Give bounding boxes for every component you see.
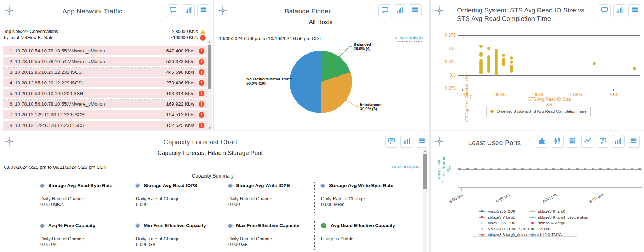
menu-button[interactable] [627, 135, 640, 148]
view-analysis-link[interactable]: view analysis [395, 35, 423, 42]
comment-button[interactable] [597, 135, 609, 148]
legend-item[interactable]: vmax1955_2D6 [479, 208, 528, 214]
info-diamond-icon [228, 223, 233, 228]
metric-card[interactable]: Storage Avg Write IOPSDaily Rate of Chan… [221, 183, 314, 207]
card-separator [221, 221, 221, 252]
hamburger-icon [200, 6, 207, 15]
menu-button[interactable] [628, 4, 641, 17]
metric-card[interactable]: Avg % Free CapacityDaily Rate of Change:… [0, 223, 127, 247]
vertical-scrollbar[interactable]: ▲ [423, 149, 427, 252]
column-chart-button[interactable] [536, 135, 548, 148]
metric-card-header: Max Free Effective Capacity [228, 223, 314, 228]
balance-pie-chart[interactable] [290, 51, 352, 113]
menu-button[interactable] [409, 4, 422, 17]
x-tick-mark [576, 89, 576, 91]
x-tick-label: 16.385 [489, 92, 511, 97]
conversation-value: 152,525 Kb/s [166, 123, 194, 128]
legend-marker-icon [529, 228, 536, 230]
data-point-marker [615, 168, 617, 170]
legend-label: sblaze3-7-targ1 [488, 215, 515, 219]
legend-marker-icon [479, 228, 485, 230]
conversation-value: 154,512 Kb/s [166, 112, 194, 117]
metric-line1: Daily Rate of Change: [228, 236, 314, 242]
data-point-marker [552, 168, 555, 170]
data-point-marker [537, 168, 539, 170]
bar-chart-button[interactable] [394, 4, 406, 17]
bar-chart-button[interactable] [613, 4, 626, 17]
table-icon [569, 137, 576, 146]
scroll-up-icon[interactable]: ▲ [423, 149, 427, 153]
x-tick-label: 5:00 pm [442, 192, 464, 208]
scrollbar-thumb[interactable] [208, 45, 211, 89]
data-point-marker [599, 168, 602, 170]
x-tick-mark [461, 187, 462, 191]
metric-card[interactable]: Storage Avg Read Byte RateDaily Rate of … [0, 183, 127, 207]
bar-chart-icon [396, 6, 404, 15]
data-point-marker [568, 168, 570, 170]
scrollbar-thumb[interactable] [423, 154, 427, 189]
metric-title: Max Free Effective Capacity [236, 223, 300, 228]
legend-marker-icon [479, 222, 485, 224]
legend-item[interactable]: vmax1955_1D6 [479, 220, 528, 226]
data-point-marker [498, 168, 500, 170]
hamburger-icon [631, 6, 639, 15]
line-chart-button[interactable] [581, 135, 594, 148]
x-tick-label: 16.38 [452, 92, 473, 97]
legend-item[interactable]: VNX5200_FCoE_SPB9 [479, 226, 528, 232]
table-button[interactable] [566, 135, 579, 148]
conversation-value: 520,373 Kb/s [166, 59, 194, 64]
metric-card[interactable]: Max Free Effective CapacityDaily Rate of… [221, 223, 314, 247]
conversation-value: 445,696 Kb/s [166, 69, 194, 75]
metric-card[interactable]: ✓Avg Used Effective CapacityUsage is Sta… [314, 223, 411, 242]
table-row[interactable]: 1. 10.78.10.54:10.78.10.55:VMware_vMotio… [3, 46, 208, 55]
metric-card[interactable]: Min Free Effective CapacityDaily Rate of… [127, 223, 221, 247]
x-tick-mark [613, 89, 614, 91]
scroll-up-icon[interactable]: ▲ [207, 40, 212, 44]
legend-item[interactable]: sb10-3-TARG [529, 232, 578, 238]
scatter-legend[interactable]: Ordering System/STS Avg Read Completion … [486, 106, 591, 117]
boxplot-icon [553, 137, 561, 146]
comment-button[interactable] [378, 4, 391, 17]
table-row[interactable]: 8. 10.20.12.129:10.20.12.231:iSCSI152,52… [3, 121, 208, 130]
move-icon[interactable] [435, 6, 444, 15]
table-row[interactable]: 4. 10.20.12.85:10.20.12.229:iSCSI273,436… [3, 78, 208, 87]
pie-label-imbalanced: Imbalanced 30.0% (6) [360, 102, 382, 111]
info-diamond-icon [40, 183, 45, 188]
conversation-value: 273,436 Kb/s [166, 80, 194, 85]
page-title: App Network Traffic [0, 7, 184, 15]
threshold-legend: > 80000 Kb/s > 100000 Kb/s! [169, 29, 206, 41]
data-point-marker [576, 168, 579, 170]
boxplot-button[interactable] [551, 135, 564, 148]
metric-title: Min Free Effective Capacity [144, 223, 206, 228]
table-row[interactable]: 5. 10.20.10.50:10.10.199.204:SSH193,314 … [3, 89, 208, 98]
scatter-point [479, 45, 483, 48]
data-point-marker [513, 168, 516, 170]
table-row[interactable]: 2. 10.78.10.55:10.78.10.54:VMware_vMotio… [3, 57, 208, 66]
legend-item[interactable]: sblaze3-7-targ1 [479, 214, 528, 220]
legend-marker-icon [490, 110, 494, 113]
legend-marker-icon [529, 233, 536, 236]
bar-chart-button[interactable] [612, 135, 625, 148]
metric-card[interactable]: Storage Avg Write Byte RateDaily Rate of… [314, 183, 411, 207]
gridline [458, 35, 640, 36]
critical-icon: ! [199, 48, 204, 54]
table-row[interactable]: 7. 10.20.12.129:10.20.12.229:iSCSI154,51… [3, 110, 208, 119]
network-conversation-list: 1. 10.78.10.54:10.78.10.55:VMware_vMotio… [3, 46, 208, 130]
bar-chart-button[interactable] [182, 4, 195, 17]
utilization-line [458, 169, 642, 170]
comment-button[interactable] [598, 4, 611, 17]
menu-button[interactable] [197, 4, 210, 17]
x-tick-label: 16.4 [603, 92, 624, 97]
table-row[interactable]: 3. 10.20.12.85:10.20.12.231:iSCSI445,696… [3, 68, 208, 77]
comment-button[interactable] [167, 4, 179, 17]
metric-card[interactable]: Storage Avg Read IOPSDaily Rate of Chang… [127, 183, 221, 207]
vertical-scrollbar[interactable]: ▲ ▼ [207, 40, 212, 130]
legend-item[interactable]: sblaze3-6-targ4_device-alias [529, 214, 578, 220]
table-row[interactable]: 6. 10.78.10.56:10.78.10.55:VMware_vMotio… [3, 100, 208, 108]
legend-item[interactable]: sblaze3-6-targ0 [529, 208, 578, 214]
scroll-down-icon[interactable]: ▼ [207, 126, 212, 130]
legend-item[interactable]: 3d0080 [529, 226, 578, 232]
metric-card-header: Avg % Free Capacity [40, 223, 127, 228]
legend-item[interactable]: sblaze3-6-targ3_device-alias [479, 232, 528, 238]
legend-item[interactable]: sblaze3-7-targ0 [529, 220, 578, 226]
